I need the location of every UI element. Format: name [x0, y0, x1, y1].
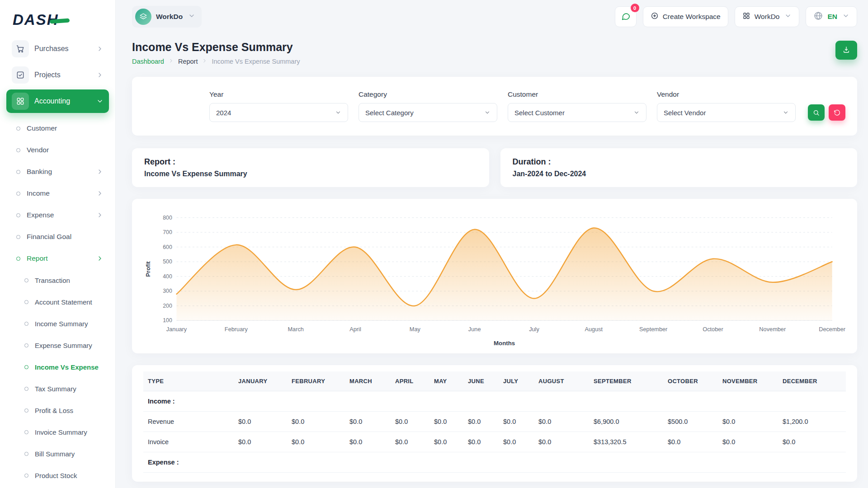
- svg-text:300: 300: [163, 288, 172, 294]
- sidebar-item-accounting[interactable]: Accounting: [6, 89, 109, 113]
- svg-text:600: 600: [163, 244, 172, 250]
- income-expense-table: TYPEJANUARYFEBRUARYMARCHAPRILMAYJUNEJULY…: [143, 371, 846, 473]
- table-section-row: Income :: [143, 391, 846, 412]
- breadcrumb-report[interactable]: Report: [178, 58, 198, 65]
- year-select[interactable]: 2024: [209, 103, 348, 122]
- table-section-label: Expense :: [143, 452, 846, 473]
- reset-filter-button[interactable]: [829, 104, 845, 121]
- table-cell: $0.0: [463, 412, 499, 432]
- sidebar-item-transaction[interactable]: Transaction: [9, 269, 108, 291]
- messages-badge: 0: [631, 4, 639, 12]
- search-icon: [812, 109, 820, 117]
- sidebar-item-invoice-summary[interactable]: Invoice Summary: [9, 421, 108, 443]
- sidebar-item-account-statement[interactable]: Account Statement: [9, 291, 108, 313]
- table-column-august: AUGUST: [534, 371, 589, 391]
- sidebar-item-projects[interactable]: Projects: [6, 63, 109, 87]
- sidebar-subitem-label: Customer: [27, 124, 57, 132]
- bullet-icon: [24, 474, 28, 478]
- svg-text:500: 500: [163, 258, 172, 265]
- download-button[interactable]: [835, 41, 857, 60]
- page-header: Income Vs Expense Summary Dashboard Repo…: [132, 41, 857, 65]
- svg-text:800: 800: [163, 215, 172, 221]
- sidebar-item-expense[interactable]: Expense: [9, 204, 108, 226]
- workspace-selector[interactable]: WorkDo: [132, 6, 202, 28]
- svg-text:March: March: [288, 326, 303, 333]
- workdo-menu-button[interactable]: WorkDo: [735, 6, 800, 27]
- sidebar-item-product-stock[interactable]: Product Stock: [9, 465, 108, 486]
- chevron-right-icon: [168, 58, 174, 64]
- messages-button[interactable]: 0: [615, 6, 637, 27]
- sidebar-subitem-label: Income Vs Expense: [35, 363, 99, 371]
- sidebar-item-vendor[interactable]: Vendor: [9, 139, 108, 161]
- chevron-down-icon: [335, 109, 341, 116]
- sidebar-item-customer[interactable]: Customer: [9, 117, 108, 139]
- chevron-down-icon: [188, 12, 195, 19]
- filter-label: Customer: [508, 90, 646, 99]
- select-value: Select Customer: [514, 109, 565, 117]
- language-selector[interactable]: EN: [806, 6, 857, 27]
- title-block: Income Vs Expense Summary Dashboard Repo…: [132, 41, 300, 65]
- sidebar-item-bill-summary[interactable]: Bill Summary: [9, 443, 108, 465]
- bullet-icon: [24, 365, 28, 369]
- apply-filter-button[interactable]: [808, 104, 825, 121]
- plus-circle-icon: [651, 12, 659, 22]
- sidebar-item-tax-summary[interactable]: Tax Summary: [9, 378, 108, 399]
- bullet-icon: [16, 127, 20, 131]
- sidebar-subitem-label: Report: [27, 254, 48, 263]
- bullet-icon: [16, 235, 20, 239]
- sidebar-subitem-label: Bill Summary: [35, 450, 75, 458]
- table-cell: $0.0: [345, 432, 391, 452]
- sidebar-item-expense-summary[interactable]: Expense Summary: [9, 334, 108, 356]
- table-cell: $0.0: [391, 432, 429, 452]
- chevron-right-icon: [96, 45, 104, 52]
- sidebar-item-income[interactable]: Income: [9, 183, 108, 204]
- sidebar-item-banking[interactable]: Banking: [9, 161, 108, 183]
- table-column-june: JUNE: [463, 371, 499, 391]
- income-expense-table-card: TYPEJANUARYFEBRUARYMARCHAPRILMAYJUNEJULY…: [132, 365, 857, 482]
- summary-cards: Report : Income Vs Expense Summary Durat…: [132, 148, 857, 187]
- breadcrumb-dashboard[interactable]: Dashboard: [132, 58, 164, 65]
- sidebar-subitem-label: Financial Goal: [27, 233, 71, 241]
- topbar: WorkDo 0 Create Workspace WorkDo EN: [116, 0, 868, 33]
- sidebar-item-income-vs-expense[interactable]: Income Vs Expense: [9, 356, 108, 378]
- vendor-select[interactable]: Select Vendor: [657, 103, 796, 122]
- category-select[interactable]: Select Category: [359, 103, 497, 122]
- table-cell: $0.0: [234, 432, 287, 452]
- bullet-icon: [24, 408, 28, 413]
- table-column-january: JANUARY: [234, 371, 287, 391]
- sidebar-item-financial-goal[interactable]: Financial Goal: [9, 226, 108, 248]
- create-workspace-button[interactable]: Create Workspace: [643, 6, 728, 27]
- download-icon: [842, 46, 850, 54]
- sidebar-subitem-label: Invoice Summary: [35, 428, 87, 436]
- sidebar-item-purchases[interactable]: Purchases: [6, 37, 109, 61]
- table-cell: $0.0: [718, 432, 778, 452]
- table-section-row: Expense :: [143, 452, 846, 473]
- workspace-name: WorkDo: [156, 13, 183, 21]
- download-icon: [842, 46, 850, 55]
- breadcrumb: Dashboard Report Income Vs Expense Summa…: [132, 58, 300, 65]
- logo-accent: [50, 18, 70, 23]
- svg-text:January: January: [166, 326, 187, 333]
- table-cell: $6,900.0: [589, 412, 663, 432]
- sidebar-item-profit-loss[interactable]: Profit & Loss: [9, 399, 108, 421]
- svg-text:700: 700: [163, 229, 172, 235]
- logo: DASH: [6, 7, 109, 33]
- svg-text:February: February: [225, 326, 248, 333]
- svg-text:May: May: [410, 326, 421, 333]
- sidebar-item-income-summary[interactable]: Income Summary: [9, 313, 108, 334]
- filter-field-vendor: Vendor Select Vendor: [657, 90, 796, 122]
- sidebar-item-cash-flow[interactable]: Cash Flow: [9, 486, 108, 488]
- svg-text:Months: Months: [494, 340, 515, 347]
- sidebar-subitem-label: Product Stock: [35, 472, 77, 479]
- table-section-label: Income :: [143, 391, 846, 412]
- table-column-october: OCTOBER: [663, 371, 718, 391]
- customer-select[interactable]: Select Customer: [508, 103, 646, 122]
- table-column-may: MAY: [429, 371, 463, 391]
- table-cell: $0.0: [234, 412, 287, 432]
- filter-field-customer: Customer Select Customer: [508, 90, 646, 122]
- bullet-icon: [24, 300, 28, 304]
- sidebar-item-report[interactable]: Report: [9, 248, 108, 269]
- bullet-icon: [24, 430, 28, 434]
- svg-text:April: April: [349, 326, 361, 333]
- chevron-right-icon: [96, 190, 104, 197]
